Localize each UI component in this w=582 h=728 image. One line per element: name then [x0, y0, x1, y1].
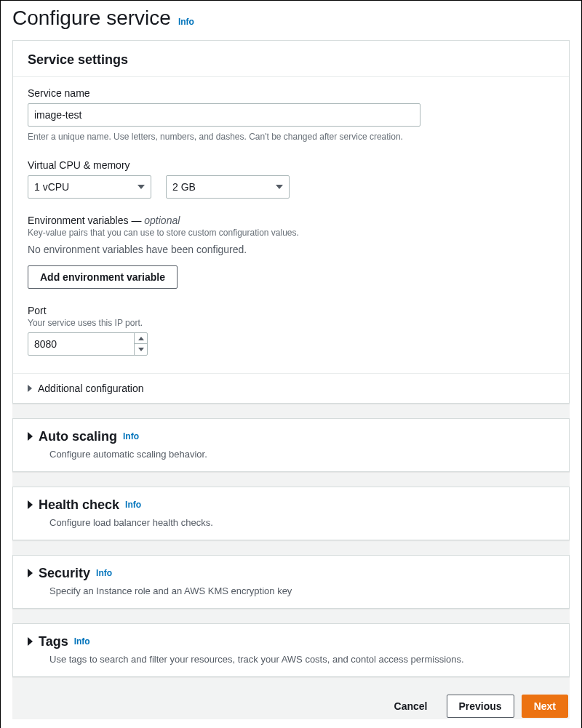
service-settings-heading: Service settings	[28, 52, 554, 68]
caret-down-icon	[276, 185, 283, 189]
tags-toggle[interactable]: Tags Info	[28, 634, 554, 649]
triangle-right-icon	[28, 500, 33, 509]
health-check-toggle[interactable]: Health check Info	[28, 497, 554, 513]
auto-scaling-desc: Configure automatic scaling behavior.	[49, 449, 554, 460]
vcpu-memory-field: Virtual CPU & memory 1 vCPU 2 GB	[28, 159, 554, 199]
security-info-link[interactable]: Info	[96, 568, 112, 578]
port-input[interactable]	[28, 332, 148, 356]
env-vars-label: Environment variables — optional	[28, 215, 554, 226]
add-env-var-button[interactable]: Add environment variable	[28, 265, 178, 289]
previous-button[interactable]: Previous	[447, 695, 514, 718]
port-hint: Your service uses this IP port.	[28, 318, 554, 328]
tags-title: Tags	[39, 634, 68, 649]
health-check-info-link[interactable]: Info	[125, 500, 141, 510]
security-panel: Security Info Specify an Instance role a…	[12, 555, 570, 609]
service-name-input[interactable]	[28, 103, 420, 127]
service-settings-header: Service settings	[13, 41, 569, 77]
security-title: Security	[39, 566, 90, 581]
page-info-link[interactable]: Info	[178, 17, 194, 27]
port-step-down[interactable]	[135, 344, 147, 355]
port-stepper	[134, 333, 147, 355]
triangle-right-icon	[28, 432, 33, 441]
security-toggle[interactable]: Security Info	[28, 566, 554, 581]
tags-info-link[interactable]: Info	[74, 636, 90, 647]
memory-select[interactable]: 2 GB	[166, 175, 290, 199]
service-name-hint: Enter a unique name. Use letters, number…	[28, 131, 554, 143]
port-field: Port Your service uses this IP port.	[28, 305, 554, 356]
caret-down-icon	[137, 185, 145, 189]
health-check-desc: Configure load balancer health checks.	[49, 517, 554, 528]
env-vars-hint: Key-value pairs that you can use to stor…	[28, 228, 554, 238]
health-check-panel: Health check Info Configure load balance…	[12, 487, 570, 540]
port-label: Port	[28, 305, 554, 316]
additional-config-label: Additional configuration	[38, 383, 144, 394]
tags-desc: Use tags to search and filter your resou…	[49, 654, 554, 665]
triangle-right-icon	[28, 637, 33, 646]
env-vars-empty: No environment variables have been confi…	[28, 244, 554, 255]
page-title-text: Configure service	[12, 7, 171, 30]
tags-panel: Tags Info Use tags to search and filter …	[12, 623, 570, 677]
auto-scaling-panel: Auto scaling Info Configure automatic sc…	[12, 418, 570, 472]
port-step-up[interactable]	[135, 333, 147, 345]
health-check-title: Health check	[39, 497, 119, 513]
next-button[interactable]: Next	[522, 695, 568, 718]
triangle-right-icon	[28, 569, 33, 577]
footer-buttons: Cancel Previous Next	[12, 692, 570, 719]
memory-value: 2 GB	[172, 181, 196, 193]
env-vars-field: Environment variables — optional Key-val…	[28, 215, 554, 289]
triangle-down-icon	[138, 348, 144, 351]
auto-scaling-toggle[interactable]: Auto scaling Info	[28, 429, 554, 444]
page-title: Configure service Info	[12, 5, 570, 34]
service-settings-panel: Service settings Service name Enter a un…	[12, 40, 570, 404]
cancel-button[interactable]: Cancel	[383, 695, 439, 717]
auto-scaling-info-link[interactable]: Info	[123, 431, 139, 441]
triangle-right-icon	[28, 385, 32, 392]
vcpu-value: 1 vCPU	[34, 181, 69, 193]
triangle-up-icon	[138, 337, 144, 340]
vcpu-memory-label: Virtual CPU & memory	[28, 159, 554, 171]
auto-scaling-title: Auto scaling	[39, 429, 117, 444]
additional-config-expander[interactable]: Additional configuration	[13, 373, 569, 403]
service-name-field: Service name Enter a unique name. Use le…	[28, 87, 554, 143]
service-name-label: Service name	[28, 87, 554, 99]
security-desc: Specify an Instance role and an AWS KMS …	[49, 585, 554, 596]
vcpu-select[interactable]: 1 vCPU	[28, 175, 151, 199]
